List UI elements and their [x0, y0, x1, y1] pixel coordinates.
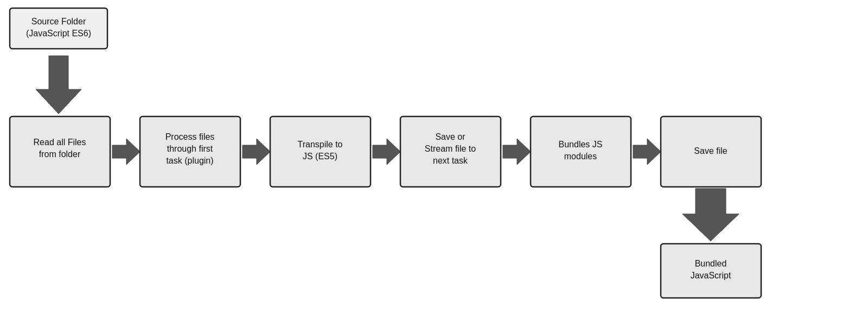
- source-folder-label: Source Folder: [31, 17, 86, 26]
- arrow-bundles-to-savefile: [633, 139, 661, 165]
- transpile-label1: Transpile to: [298, 140, 343, 149]
- save-stream-label2: Stream file to: [425, 144, 476, 153]
- save-file-label: Save file: [694, 146, 727, 155]
- arrow-transpile-to-savestream: [373, 139, 400, 165]
- pipeline-diagram: Source Folder (JavaScript ES6) Read all …: [0, 0, 868, 312]
- arrow-read-to-process: [112, 139, 140, 165]
- bundled-js-label1: Bundled: [695, 259, 727, 268]
- process-files-label2: through first: [167, 144, 213, 153]
- arrow-process-to-transpile: [242, 139, 270, 165]
- save-stream-label1: Save or: [435, 132, 465, 141]
- bundles-js-label1: Bundles JS: [559, 140, 603, 149]
- save-stream-label3: next task: [433, 156, 468, 165]
- down-arrow-source-to-read: [36, 56, 81, 114]
- arrow-savestream-to-bundles: [503, 139, 531, 165]
- source-folder-label2: (JavaScript ES6): [26, 29, 91, 38]
- bundles-js-label2: modules: [564, 152, 597, 161]
- process-files-label1: Process files: [165, 132, 215, 141]
- bundled-js-label2: JavaScript: [691, 271, 731, 280]
- read-files-label1: Read all Files: [34, 138, 86, 147]
- transpile-label2: JS (ES5): [303, 152, 337, 161]
- down-arrow-savefile-to-bundled: [682, 188, 739, 241]
- read-files-label2: from folder: [39, 150, 81, 159]
- process-files-label3: task (plugin): [166, 156, 213, 165]
